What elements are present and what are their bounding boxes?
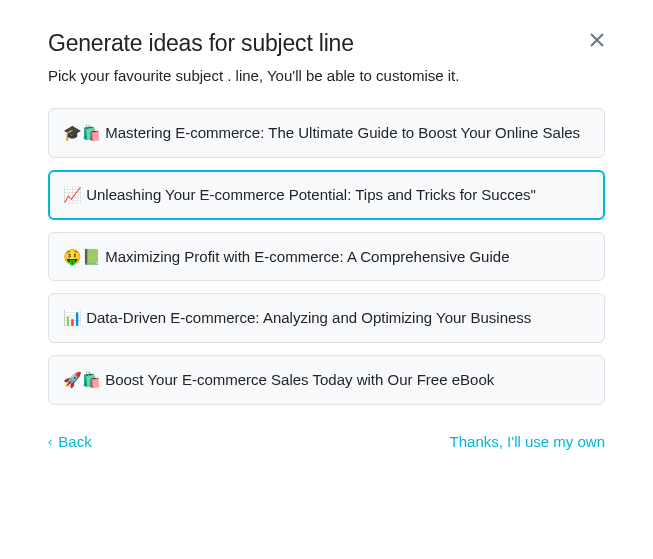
dialog-footer: ‹ Back Thanks, I'll use my own: [48, 433, 605, 450]
subject-line-option[interactable]: 📊 Data-Driven E-commerce: Analyzing and …: [48, 293, 605, 343]
subject-line-option[interactable]: 📈 Unleashing Your E-commerce Potential: …: [48, 170, 605, 220]
subject-line-option[interactable]: 🤑📗 Maximizing Profit with E-commerce: A …: [48, 232, 605, 282]
close-button[interactable]: [585, 28, 609, 52]
dialog-header: Generate ideas for subject line Pick you…: [48, 30, 605, 84]
subject-line-option[interactable]: 🚀🛍️ Boost Your E-commerce Sales Today wi…: [48, 355, 605, 405]
dialog-subtitle: Pick your favourite subject . line, You'…: [48, 67, 605, 84]
close-icon: [589, 32, 605, 48]
subject-line-option[interactable]: 🎓🛍️ Mastering E-commerce: The Ultimate G…: [48, 108, 605, 158]
dialog-title: Generate ideas for subject line: [48, 30, 605, 57]
back-label: Back: [58, 433, 91, 450]
subject-line-options: 🎓🛍️ Mastering E-commerce: The Ultimate G…: [48, 108, 605, 405]
back-button[interactable]: ‹ Back: [48, 433, 92, 450]
chevron-left-icon: ‹: [48, 434, 52, 449]
skip-button[interactable]: Thanks, I'll use my own: [450, 433, 605, 450]
